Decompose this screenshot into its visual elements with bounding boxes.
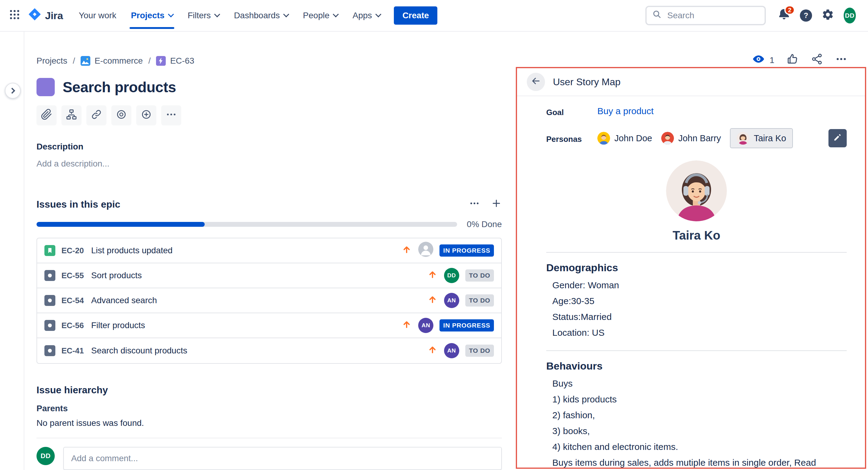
status-badge[interactable]: TO DO	[465, 294, 494, 306]
goal-link[interactable]: Buy a product	[597, 106, 654, 116]
persona-chip-john-barry[interactable]: John Barry	[661, 132, 721, 145]
personas-label: Personas	[546, 133, 597, 144]
jira-logo-icon	[28, 8, 41, 24]
chevron-down-icon	[375, 11, 381, 17]
help-button[interactable]: ?	[796, 6, 816, 25]
create-button[interactable]: Create	[394, 6, 437, 25]
nav-filters[interactable]: Filters	[180, 0, 226, 31]
share-icon	[811, 53, 823, 67]
assignee-avatar[interactable]: AN	[444, 293, 459, 308]
issue-row[interactable]: EC-54 Advanced search AN TO DO	[37, 288, 501, 313]
user-avatar: DD	[844, 8, 856, 24]
assignee-avatar[interactable]: AN	[418, 318, 433, 333]
watch-count: 1	[770, 55, 774, 65]
nav-your-work[interactable]: Your work	[71, 0, 123, 31]
epic-color-icon[interactable]	[36, 78, 55, 96]
issue-type-icon	[44, 320, 55, 331]
user-avatar-button[interactable]: DD	[840, 6, 860, 25]
priority-high-icon	[401, 244, 412, 257]
story-type-icon	[44, 245, 55, 256]
ellipsis-icon	[835, 53, 847, 67]
status-badge[interactable]: IN PROGRESS	[439, 244, 494, 257]
status-badge[interactable]: TO DO	[465, 269, 494, 282]
issue-key-link[interactable]: EC-54	[61, 296, 84, 305]
notifications-button[interactable]: 2	[774, 6, 794, 25]
status-badge[interactable]: TO DO	[465, 345, 494, 357]
persona-chip-john-doe[interactable]: John Doe	[597, 132, 652, 145]
jira-logo[interactable]: Jira	[26, 8, 70, 24]
more-actions-button[interactable]	[835, 53, 847, 67]
issue-row[interactable]: EC-41 Search discount products AN TO DO	[37, 338, 501, 363]
link-issue-button[interactable]	[86, 105, 106, 125]
issue-key-link[interactable]: EC-41	[61, 346, 84, 356]
search-icon	[651, 9, 662, 22]
nav-apps[interactable]: Apps	[345, 0, 388, 31]
watch-button[interactable]: 1	[752, 52, 774, 68]
current-user-avatar: DD	[36, 447, 55, 465]
issue-key-link[interactable]: EC-55	[61, 271, 84, 281]
jira-app: Jira Your work Projects Filters Dashboar…	[0, 0, 868, 470]
panel-header: User Story Map	[517, 68, 865, 96]
page-actions: 1	[752, 52, 847, 68]
target-button[interactable]	[111, 105, 131, 125]
attach-button[interactable]	[36, 105, 57, 125]
back-button[interactable]	[527, 73, 545, 91]
epic-progress-bar	[36, 222, 457, 227]
nav-projects[interactable]: Projects	[123, 0, 180, 31]
behaviour-line: 2) fashion,	[546, 407, 847, 423]
global-search[interactable]	[645, 6, 766, 25]
crosshair-button[interactable]	[136, 105, 156, 125]
comment-input[interactable]	[63, 447, 502, 470]
divider	[546, 252, 847, 253]
issue-row[interactable]: EC-56 Filter products AN IN PROGRESS	[37, 313, 501, 338]
settings-button[interactable]	[818, 6, 838, 25]
primary-nav: Your work Projects Filters Dashboards Pe…	[71, 0, 437, 31]
issue-type-icon	[44, 270, 55, 281]
like-button[interactable]	[786, 53, 799, 67]
sidebar-expand-button[interactable]	[5, 83, 21, 99]
issue-key-link[interactable]: EC-20	[61, 246, 84, 255]
issue-title[interactable]: Search products	[63, 79, 176, 95]
breadcrumb-project[interactable]: E-commerce	[81, 56, 143, 66]
divider	[546, 350, 847, 351]
persona-avatar	[597, 132, 610, 145]
issue-key-link[interactable]: EC-56	[61, 321, 84, 330]
persona-chip-taira-ko[interactable]: Taira Ko	[730, 128, 793, 148]
add-child-button[interactable]	[61, 105, 82, 125]
demographic-line: Status:Married	[546, 309, 847, 325]
top-navbar: Jira Your work Projects Filters Dashboar…	[0, 0, 868, 32]
demographics-heading: Demographics	[546, 262, 847, 274]
description-label: Description	[36, 142, 502, 152]
unassigned-avatar[interactable]	[418, 242, 433, 259]
nav-people[interactable]: People	[296, 0, 345, 31]
breadcrumb-issue-key[interactable]: EC-63	[156, 56, 194, 66]
add-issue-button[interactable]	[491, 198, 502, 211]
share-button[interactable]	[811, 53, 823, 67]
status-badge[interactable]: IN PROGRESS	[439, 319, 494, 331]
watch-eye-icon	[752, 52, 765, 68]
issue-row[interactable]: EC-20 List products updated IN PROGRESS	[37, 238, 501, 263]
description-placeholder[interactable]: Add a description...	[36, 159, 502, 169]
edit-personas-button[interactable]	[829, 129, 847, 147]
assignee-avatar[interactable]: DD	[444, 268, 459, 283]
demographic-line: Location: US	[546, 325, 847, 341]
collapsed-sidebar	[0, 32, 24, 470]
more-quick-actions-button[interactable]	[161, 105, 181, 125]
search-input[interactable]	[666, 10, 760, 21]
issue-type-icon	[44, 295, 55, 306]
plus-icon	[491, 198, 502, 211]
breadcrumb: Projects / E-commerce / EC-63	[36, 56, 502, 66]
help-icon: ?	[800, 9, 812, 22]
thumbs-up-icon	[786, 53, 799, 67]
nav-dashboards[interactable]: Dashboards	[226, 0, 296, 31]
issue-row[interactable]: EC-55 Sort products DD TO DO	[37, 263, 501, 288]
jira-logo-text: Jira	[45, 10, 63, 22]
app-switcher-button[interactable]	[5, 6, 24, 25]
breadcrumb-projects[interactable]: Projects	[36, 56, 67, 66]
epic-issues-more-button[interactable]	[469, 198, 480, 211]
issue-hierarchy-heading: Issue hierarchy	[36, 384, 502, 396]
parents-empty-message: No parent issues was found.	[36, 418, 502, 428]
link-icon	[91, 109, 102, 122]
assignee-avatar[interactable]: AN	[444, 343, 459, 358]
issue-type-icon	[44, 345, 55, 356]
